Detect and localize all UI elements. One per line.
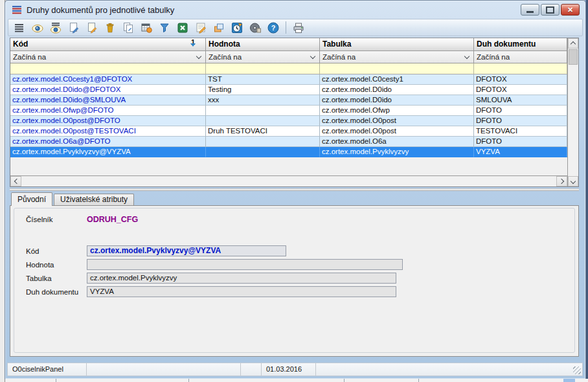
filter-input-hodnota[interactable] bbox=[206, 63, 320, 74]
filter-combo-duh-dokumentu[interactable]: Začíná na bbox=[474, 51, 567, 63]
detail-form: Kód cz.ortex.model.Pvyklvyzvy@VYZVA Hodn… bbox=[26, 245, 403, 300]
scroll-down-button[interactable] bbox=[568, 176, 578, 186]
minimize-button[interactable] bbox=[521, 4, 539, 16]
maximize-button[interactable] bbox=[541, 4, 560, 16]
cell-kod: cz.ortex.model.C0cesty1@DFOTOX bbox=[10, 74, 206, 85]
tab-uzivatelske-atributy[interactable]: Uživatelské atributy bbox=[54, 194, 134, 205]
cell-kod: cz.ortex.model.O0post@TESTOVACI bbox=[10, 126, 206, 137]
scroll-right-button[interactable] bbox=[556, 176, 567, 186]
cell-hodnota: Druh TESTOVACI bbox=[206, 126, 320, 137]
help-button[interactable]: ? bbox=[266, 20, 281, 35]
filter-input-kod[interactable] bbox=[10, 63, 206, 74]
document-new-button[interactable] bbox=[66, 20, 82, 35]
table-row-selected[interactable]: cz.ortex.model.Pvyklvyzvy@VYZVA cz.ortex… bbox=[10, 147, 567, 157]
horizontal-scrollbar[interactable] bbox=[10, 175, 567, 186]
detail-area: Původní Uživatelské atributy Číselník OD… bbox=[10, 192, 579, 357]
table-row[interactable]: cz.ortex.model.D0ido@DFOTOX Testing cz.o… bbox=[10, 85, 567, 95]
filter-combo-kod[interactable]: Začíná na bbox=[10, 51, 206, 63]
table-row[interactable]: cz.ortex.model.C0cesty1@DFOTOX TST cz.or… bbox=[10, 74, 567, 85]
column-header-hodnota[interactable]: Hodnota bbox=[206, 38, 320, 51]
cell-hodnota: Testing bbox=[206, 85, 320, 95]
print-button[interactable] bbox=[291, 20, 306, 35]
document-edit-button[interactable] bbox=[84, 20, 100, 35]
filter-funnel-icon bbox=[158, 21, 171, 34]
close-icon: ✕ bbox=[567, 6, 573, 14]
chevron-down-icon bbox=[310, 54, 315, 59]
history-button[interactable] bbox=[229, 20, 245, 35]
tab-panel-inner: Číselník ODRUH_CFG Kód cz.ortex.model.Pv… bbox=[14, 208, 575, 353]
tab-puvodni[interactable]: Původní bbox=[11, 192, 52, 206]
filter-input-tabulka[interactable] bbox=[320, 63, 474, 74]
vertical-scroll-track[interactable] bbox=[568, 65, 578, 176]
title-bar[interactable]: Druhy dokumentů pro jednotlivé tabulky ✕ bbox=[5, 1, 585, 19]
status-section-empty-1 bbox=[87, 363, 241, 376]
grid-rows-icon bbox=[13, 21, 26, 34]
close-button[interactable]: ✕ bbox=[561, 4, 580, 16]
toolbar-separator bbox=[286, 21, 286, 34]
column-header-label: Duh dokumentu bbox=[477, 39, 536, 49]
duh-dokumentu-field[interactable]: VYZVA bbox=[87, 286, 396, 297]
tabulka-field[interactable]: cz.ortex.model.Pvyklvyzvy bbox=[87, 273, 396, 284]
table-row[interactable]: cz.ortex.model.Ofwp@DFOTO cz.ortex.model… bbox=[10, 106, 567, 116]
filter-combo-hodnota[interactable]: Začíná na bbox=[206, 51, 320, 63]
cell-tabulka: cz.ortex.model.O0post bbox=[320, 116, 474, 126]
cell-hodnota bbox=[206, 106, 320, 116]
kod-field[interactable]: cz.ortex.model.Pvyklvyzvy@VYZVA bbox=[87, 245, 286, 256]
horizontal-scroll-track[interactable] bbox=[21, 176, 556, 186]
table-row[interactable]: cz.ortex.model.O0post@DFOTO cz.ortex.mod… bbox=[10, 116, 567, 126]
view-list-button[interactable] bbox=[48, 20, 63, 35]
scroll-left-button[interactable] bbox=[10, 176, 21, 186]
cell-hodnota bbox=[206, 147, 320, 157]
panels-copy-button[interactable] bbox=[211, 20, 227, 35]
delete-button[interactable] bbox=[102, 20, 118, 35]
tabulka-field-label: Tabulka bbox=[26, 275, 87, 282]
view-record-button[interactable] bbox=[30, 20, 45, 35]
cell-druh: TESTOVACI bbox=[474, 126, 567, 137]
background-divider bbox=[56, 379, 56, 382]
column-header-duh-dokumentu[interactable]: Duh dokumentu bbox=[474, 38, 567, 51]
table-row[interactable]: cz.ortex.model.D0ido@SMLOUVA xxx cz.orte… bbox=[10, 95, 567, 106]
grid-filter-input-row bbox=[10, 63, 567, 74]
cell-tabulka: cz.ortex.model.C0cesty1 bbox=[320, 74, 474, 85]
grid-rows-button[interactable] bbox=[12, 20, 27, 35]
table-row[interactable]: cz.ortex.model.O6a@DFOTO cz.ortex.model.… bbox=[10, 137, 567, 147]
table-row[interactable]: cz.ortex.model.O0post@TESTOVACI Druh TES… bbox=[10, 126, 567, 137]
status-section-empty-3 bbox=[316, 363, 582, 376]
vertical-scroll-thumb[interactable] bbox=[569, 49, 578, 65]
hodnota-field-label: Hodnota bbox=[26, 261, 87, 269]
ciselnik-value: ODRUH_CFG bbox=[87, 215, 138, 224]
chevron-up-icon bbox=[571, 41, 576, 47]
filter-input-duh-dokumentu[interactable] bbox=[474, 63, 567, 74]
cell-hodnota: xxx bbox=[206, 95, 320, 106]
splitter-handle[interactable] bbox=[10, 188, 579, 191]
grid-empty-area bbox=[10, 157, 567, 175]
disc-button[interactable] bbox=[247, 20, 263, 35]
document-copy-button[interactable] bbox=[120, 20, 136, 35]
chevron-down-icon bbox=[571, 179, 576, 184]
vertical-scrollbar[interactable] bbox=[567, 38, 578, 186]
status-bar: O0ciselnikPanel 01.03.2016 bbox=[7, 363, 583, 376]
history-clock-icon bbox=[231, 21, 243, 34]
table-wizard-button[interactable] bbox=[139, 20, 154, 35]
background-divider bbox=[418, 379, 419, 382]
cell-kod: cz.ortex.model.O0post@DFOTO bbox=[10, 116, 206, 126]
hodnota-field[interactable] bbox=[87, 259, 403, 270]
cell-tabulka: cz.ortex.model.Pvyklvyzvy bbox=[320, 147, 474, 157]
column-header-kod[interactable]: Kód 1 bbox=[10, 38, 206, 51]
disc-icon bbox=[249, 21, 262, 34]
view-record-icon bbox=[31, 21, 44, 34]
column-header-tabulka[interactable]: Tabulka bbox=[320, 38, 474, 51]
grid-header-row: Kód 1 Hodnota Tabulka Duh dokumentu bbox=[10, 38, 567, 51]
status-panel-name: O0ciselnikPanel bbox=[8, 363, 87, 376]
filter-button[interactable] bbox=[157, 20, 172, 35]
filter-combo-tabulka[interactable]: Začíná na bbox=[320, 51, 474, 63]
resize-grip[interactable] bbox=[573, 366, 581, 374]
cell-tabulka: cz.ortex.model.O6a bbox=[320, 137, 474, 147]
scroll-up-button[interactable] bbox=[568, 38, 578, 49]
note-edit-button[interactable] bbox=[193, 20, 209, 35]
grid-filter-row: Začíná na Začíná na Začíná na Začíná na bbox=[10, 51, 567, 63]
toolbar: ? bbox=[8, 19, 583, 36]
tab-panel: Číselník ODRUH_CFG Kód cz.ortex.model.Pv… bbox=[10, 205, 579, 357]
excel-export-button[interactable] bbox=[175, 20, 190, 35]
background-divider bbox=[188, 379, 189, 382]
